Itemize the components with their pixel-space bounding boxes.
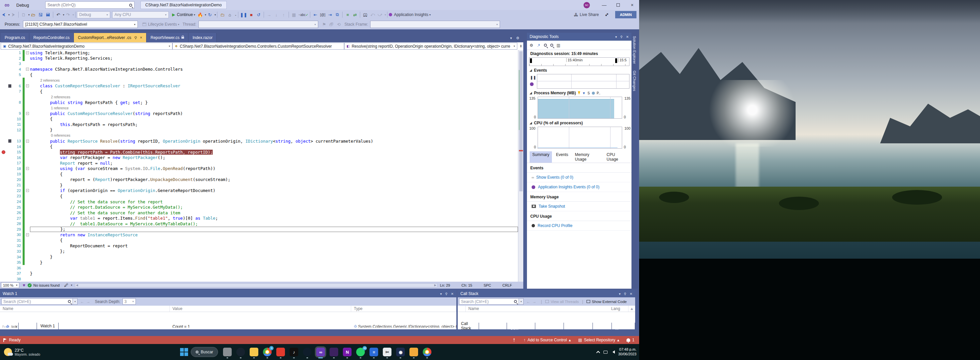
add-to-source-control-button[interactable]: ↑ Add to Source Control ▴ <box>523 338 571 342</box>
codelens-row[interactable]: 2 references <box>0 78 518 83</box>
panel-close-icon[interactable]: ✕ <box>626 35 629 39</box>
code-line[interactable]: 5{ <box>0 72 518 78</box>
breadcrumb-type-dropdown[interactable]: ❖ CSharp.Net7.BlazorNativeIntegrationDem… <box>172 43 344 50</box>
breakpoint-gutter[interactable] <box>0 260 7 265</box>
code-line[interactable]: 31 { <box>0 238 518 243</box>
watch-search-input[interactable]: Search (Ctrl+E) <box>2 298 73 305</box>
avatar[interactable]: SC <box>584 2 590 8</box>
diagnostics-grid-icon[interactable]: ▦ <box>291 11 297 18</box>
stop-icon[interactable]: ■ <box>248 11 255 18</box>
breakpoint-gutter[interactable] <box>0 215 7 221</box>
scroll-up-icon[interactable]: ▲ <box>628 306 635 311</box>
diagnostics-timeline-ruler[interactable]: 15:40min 15:5 <box>529 57 630 66</box>
code-cleanup-icon[interactable]: 🖉 <box>63 282 70 289</box>
editor-horizontal-scrollbar[interactable]: ◀▶ <box>75 283 438 287</box>
package-icon[interactable]: 🗀 <box>219 11 226 18</box>
breakpoint-gutter[interactable] <box>0 238 7 243</box>
call-stack-col-lang[interactable]: Lang <box>609 306 628 312</box>
next-bookmark-icon[interactable]: ⤻ <box>377 11 383 18</box>
breakpoint-gutter[interactable] <box>0 127 7 133</box>
code-line[interactable]: 19 { <box>0 171 518 177</box>
unwind-icon[interactable]: ⟲ <box>336 21 342 28</box>
breakpoint-gutter[interactable] <box>0 182 7 188</box>
code-line[interactable]: 28 // table1.DataSource = MyService.GetM… <box>0 221 518 227</box>
tab-program-cs[interactable]: Program.cs <box>1 33 29 42</box>
diag-chart-icon[interactable]: ▥ <box>557 43 560 48</box>
watch-col-name[interactable]: Name <box>0 306 170 312</box>
fold-toggle-icon[interactable]: − <box>26 189 29 192</box>
process-dropdown[interactable]: [21192] CSharp.Net7.BlazorNativel▾ <box>23 21 138 28</box>
code-editor[interactable]: 1−using Telerik.Reporting;2using Telerik… <box>0 50 518 282</box>
clock[interactable]: 07:48 p.m. 30/06/2023 <box>618 347 636 357</box>
breakpoint-icon[interactable] <box>2 150 5 154</box>
call-stack-nav-arrows[interactable]: ←→ <box>526 299 538 304</box>
step-out-icon[interactable]: ↑ <box>280 11 287 18</box>
prev-bookmark-icon[interactable]: ⤺ <box>369 11 376 18</box>
breakpoint-gutter[interactable] <box>0 94 7 100</box>
call-stack-search-dropdown-icon[interactable]: ▾ <box>519 298 523 305</box>
editor-zoom-dropdown[interactable]: 100 %▾ <box>1 282 19 288</box>
diag-settings-icon[interactable]: ⚙ <box>530 43 533 48</box>
editor-vertical-scrollbar[interactable] <box>518 50 523 282</box>
open-file-icon[interactable]: 🗁 <box>30 11 37 18</box>
outdent-icon[interactable]: ⇤ <box>312 11 318 18</box>
pause-icon[interactable]: ❚❚ <box>240 11 247 18</box>
code-line[interactable]: 4−namespace CSharp.Net7.BlazorNativeInte… <box>0 67 518 72</box>
fold-toggle-icon[interactable]: − <box>26 51 29 54</box>
home-icon[interactable]: ⌂ <box>226 11 233 18</box>
code-line[interactable]: 22− if (operationOrigin == OperationOrig… <box>0 188 518 194</box>
solution-config-dropdown[interactable]: Debug▾ <box>77 11 110 18</box>
panel-pin-icon[interactable]: ⚲ <box>620 35 622 39</box>
code-line[interactable]: 9− public CustomReportSourceResolver(str… <box>0 110 518 116</box>
panel-tab-output[interactable]: Output <box>593 323 612 329</box>
code-line[interactable]: 21 } <box>0 182 518 188</box>
sort-lines-icon[interactable]: ⇄ <box>352 11 358 18</box>
line-spacing-icon[interactable]: ≡ <box>344 11 351 18</box>
taskbar-app-dark-music-app[interactable] <box>303 348 312 356</box>
taskbar-app-orange-app[interactable] <box>409 348 418 356</box>
code-line[interactable]: 3 <box>0 61 518 67</box>
feedback-icon[interactable]: 🙾 <box>603 11 610 18</box>
breakpoint-gutter[interactable] <box>0 89 7 94</box>
code-line[interactable]: 2using Telerik.Reporting.Services; <box>0 56 518 61</box>
code-line[interactable]: 13− public ReportSource Resolve(string r… <box>0 138 518 144</box>
breadcrumb-member-dropdown[interactable]: ◧ Resolve(string reportID, OperationOrig… <box>344 43 517 50</box>
tab-settings-icon[interactable]: ⚙ <box>516 36 519 40</box>
comment-icon[interactable]: [@] <box>319 11 326 18</box>
close-button[interactable]: × <box>625 0 639 10</box>
side-tab-solution-explorer[interactable]: Solution Explorer <box>632 33 638 67</box>
breakpoint-gutter[interactable] <box>0 67 7 72</box>
panel-tab-locals[interactable]: Locals <box>19 323 37 329</box>
breakpoint-gutter[interactable] <box>0 105 7 110</box>
panel-tab-autos[interactable]: Autos <box>2 323 19 329</box>
taskbar-app-photos-app[interactable]: ◉ <box>396 348 405 356</box>
breakpoint-gutter[interactable] <box>0 56 7 61</box>
save-all-icon[interactable]: 🖬 <box>45 11 51 18</box>
breakpoint-gutter[interactable] <box>0 270 7 276</box>
watch-row[interactable]: ▷aux Count = 1 ⟐ System.Collections.Gene… <box>0 324 457 328</box>
taskbar-app-dark-circle-app[interactable] <box>236 348 245 356</box>
lifecycle-label[interactable]: Lifecycle Events <box>148 22 177 27</box>
code-line[interactable]: 6− class CustomReportSourceResolver : IR… <box>0 83 518 89</box>
publish-icon[interactable]: ⭱ <box>512 338 516 342</box>
status-spaces[interactable]: SPC <box>484 283 492 287</box>
panel-pin-icon[interactable]: ⚲ <box>624 292 626 296</box>
breakpoint-gutter[interactable] <box>0 83 7 89</box>
code-line[interactable]: 29 }; <box>0 227 518 232</box>
breakpoint-gutter[interactable] <box>0 276 7 282</box>
search-depth-dropdown[interactable]: 3▾ <box>123 298 136 305</box>
breakpoint-gutter[interactable] <box>0 61 7 67</box>
taskbar-app-visual-studio[interactable]: ∞ <box>316 348 325 356</box>
taskbar-app-tiktok[interactable]: ♪ <box>290 348 298 356</box>
code-line[interactable]: 30− return new InstanceReportSource <box>0 232 518 238</box>
code-line[interactable]: 27 var table1 = report.Items.Find("table… <box>0 215 518 221</box>
issues-label[interactable]: No issues found <box>33 283 60 287</box>
new-file-icon[interactable]: 🗋 <box>20 11 27 18</box>
panel-close-icon[interactable]: ✕ <box>630 292 632 296</box>
panel-close-icon[interactable]: ✕ <box>451 292 454 296</box>
panel-tab-exception-se-[interactable]: Exception Se... <box>507 323 535 329</box>
code-line[interactable]: 24 // Set the data source for the report <box>0 199 518 205</box>
diag-zoom-out-icon[interactable] <box>550 44 553 46</box>
breakpoint-gutter[interactable] <box>0 78 7 83</box>
breakpoint-gutter[interactable] <box>0 116 7 122</box>
